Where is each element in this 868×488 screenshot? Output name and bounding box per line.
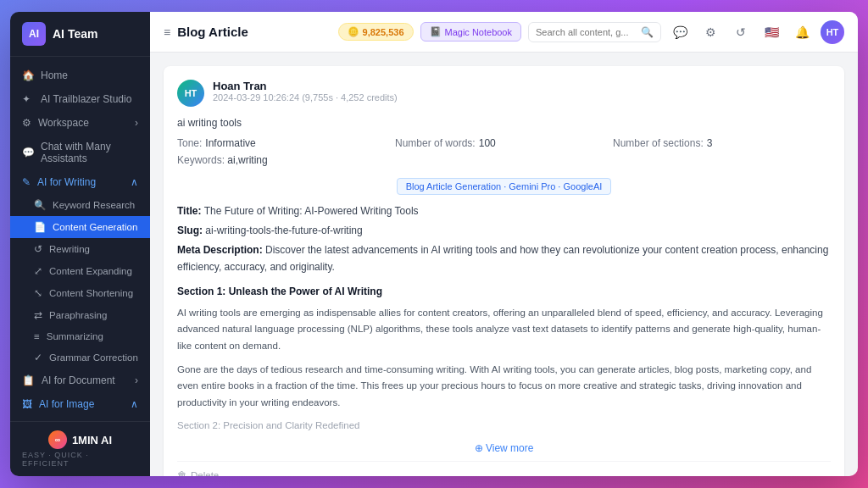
keywords-row-1: Keywords: ai,writing — [177, 154, 831, 166]
topbar-left: ≡ Blog Article — [164, 25, 328, 39]
sidebar-footer: ∞ 1MIN AI EASY · QUICK · EFFICIENT — [10, 421, 150, 476]
sidebar-item-label: AI for Writing — [37, 176, 96, 188]
user-avatar[interactable]: HT — [821, 20, 844, 44]
view-more-link-1[interactable]: ⊕ View more — [177, 442, 831, 454]
chevron-up-icon: ∧ — [131, 398, 138, 410]
chat-icon: 💬 — [22, 147, 34, 158]
brand-tagline: EASY · QUICK · EFFICIENT — [22, 451, 138, 468]
magic-notebook-button[interactable]: 📓 Magic Notebook — [420, 22, 522, 42]
main-content: ≡ Blog Article 🪙 9,825,536 📓 Magic Noteb… — [150, 12, 858, 476]
sidebar-item-paraphrasing[interactable]: ⇄ Paraphrasing — [10, 304, 150, 326]
sidebar-item-ai-for-image[interactable]: 🖼 AI for Image ∧ — [10, 392, 150, 416]
sidebar-item-ai-for-document[interactable]: 📋 AI for Document › — [10, 369, 150, 392]
sidebar-item-home[interactable]: 🏠 Home — [10, 64, 150, 87]
sidebar-item-workspace[interactable]: ⚙ Workspace › — [10, 111, 150, 135]
chat-icon-button[interactable]: 💬 — [668, 20, 692, 44]
article-user-meta-1: 2024-03-29 10:26:24 (9,755s · 4,252 cred… — [213, 92, 398, 103]
expand-icon: ⤢ — [34, 265, 42, 277]
section1-body1: AI writing tools are emerging as indispe… — [177, 305, 831, 355]
sidebar-item-content-shortening[interactable]: ⤡ Content Shortening — [10, 282, 150, 304]
search-input[interactable] — [536, 27, 637, 37]
words-label: Number of words: — [395, 137, 476, 149]
workspace-icon: ⚙ — [22, 117, 31, 129]
article-card-1: HT Hoan Tran 2024-03-29 10:26:24 (9,755s… — [164, 66, 844, 476]
sidebar-item-label: Content Generation — [53, 222, 137, 232]
document-icon: 📄 — [34, 221, 46, 233]
sidebar-item-label: Content Shortening — [49, 288, 133, 298]
brand-logo-icon: ∞ — [48, 430, 67, 449]
generation-badge-1: Blog Article Generation · Gemini Pro · G… — [177, 178, 831, 193]
sidebar-item-chat[interactable]: 💬 Chat with Many Assistants — [10, 135, 150, 170]
meta-description-label: Meta Description: — [177, 244, 265, 256]
article-meta-row-1: Tone: Informative Number of words: 100 N… — [177, 137, 831, 149]
sidebar-item-label: Content Expanding — [49, 266, 132, 276]
notebook-icon: 📓 — [430, 26, 442, 37]
topbar: ≡ Blog Article 🪙 9,825,536 📓 Magic Noteb… — [150, 12, 858, 53]
sidebar-header: AI AI Team — [10, 12, 150, 57]
notification-bell-icon[interactable]: 🔔 — [790, 20, 814, 44]
coin-icon: 🪙 — [348, 26, 359, 37]
topbar-right: 🪙 9,825,536 📓 Magic Notebook 🔍 💬 ⚙ ↺ 🇺🇸 … — [338, 20, 844, 44]
sections-item: Number of sections: 3 — [613, 137, 831, 149]
article-prompt-1: ai writing tools — [177, 117, 831, 129]
sidebar-item-keyword-research[interactable]: 🔍 Keyword Research — [10, 194, 150, 216]
sidebar-item-content-generation[interactable]: 📄 Content Generation — [10, 216, 150, 238]
delete-row-1: 🗑 Delete — [177, 461, 831, 476]
title-label: Title: — [177, 205, 204, 217]
sidebar-item-label: Chat with Many Assistants — [41, 141, 138, 164]
tone-label: Tone: — [177, 137, 202, 149]
paraphrase-icon: ⇄ — [34, 309, 42, 321]
settings-icon-button[interactable]: ⚙ — [698, 20, 722, 44]
sidebar-item-label: Summarizing — [47, 331, 103, 341]
search-bar: 🔍 — [528, 22, 661, 42]
menu-icon[interactable]: ≡ — [164, 25, 170, 39]
chevron-right-icon: › — [135, 374, 138, 386]
credits-badge: 🪙 9,825,536 — [338, 23, 414, 41]
sidebar-item-grammar-correction[interactable]: ✓ Grammar Correction — [10, 347, 150, 369]
meta-description-field: Meta Description: Discover the latest ad… — [177, 242, 831, 274]
brand-name: 1MIN AI — [72, 434, 112, 446]
sidebar-item-label: Workspace — [38, 117, 89, 129]
view-more-1: ⊕ View more — [177, 442, 831, 454]
search-icon: 🔍 — [34, 199, 46, 211]
article-user-name-1: Hoan Tran — [213, 80, 398, 92]
words-item: Number of words: 100 — [395, 137, 613, 149]
language-flag[interactable]: 🇺🇸 — [760, 20, 783, 44]
article-user-avatar-1: HT — [177, 80, 204, 107]
sidebar-item-rewriting[interactable]: ↺ Rewriting — [10, 238, 150, 260]
sidebar-title: AI Team — [53, 27, 97, 41]
tone-value: Informative — [205, 137, 255, 149]
sections-value: 3 — [707, 137, 713, 149]
writing-icon: ✎ — [22, 176, 31, 188]
article-content-1: Title: The Future of Writing: AI-Powered… — [177, 203, 831, 434]
rewrite-icon: ↺ — [34, 243, 42, 255]
section1-body2: Gone are the days of tedious research an… — [177, 362, 831, 412]
sidebar-item-label: Paraphrasing — [49, 310, 107, 320]
tone-item: Tone: Informative — [177, 137, 395, 149]
sidebar-item-content-expanding[interactable]: ⤢ Content Expanding — [10, 260, 150, 282]
search-icon: 🔍 — [641, 26, 654, 38]
card-header-1: HT Hoan Tran 2024-03-29 10:26:24 (9,755s… — [177, 80, 831, 107]
sidebar-item-label: Home — [41, 69, 68, 81]
home-icon: 🏠 — [22, 69, 34, 81]
trash-icon: 🗑 — [177, 470, 187, 476]
keywords-label: Keywords: — [177, 154, 227, 166]
summarize-icon: ≡ — [34, 331, 40, 341]
meta-description-value: Discover the latest advancements in AI w… — [177, 244, 828, 272]
refresh-icon-button[interactable]: ↺ — [729, 20, 753, 44]
section2-faded: Section 2: Precision and Clarity Redefin… — [177, 418, 831, 433]
sections-label: Number of sections: — [613, 137, 704, 149]
sidebar-item-summarizing[interactable]: ≡ Summarizing — [10, 326, 150, 347]
sidebar-item-label: Grammar Correction — [49, 352, 138, 363]
card-user-info-1: Hoan Tran 2024-03-29 10:26:24 (9,755s · … — [213, 80, 398, 103]
sidebar-item-label: AI for Image — [39, 398, 94, 410]
sidebar-item-ai-trailblazer[interactable]: ✦ AI Trailblazer Studio — [10, 87, 150, 111]
keywords-value: ai,writing — [227, 154, 267, 166]
sidebar-item-label: AI for Document — [42, 374, 115, 386]
content-area: HT Hoan Tran 2024-03-29 10:26:24 (9,755s… — [150, 53, 858, 476]
sidebar-item-ai-for-writing[interactable]: ✎ AI for Writing ∧ — [10, 170, 150, 194]
image-icon: 🖼 — [22, 398, 32, 410]
credits-value: 9,825,536 — [363, 27, 404, 37]
sidebar-item-label: Rewriting — [49, 244, 90, 254]
delete-button-1[interactable]: 🗑 Delete — [177, 470, 219, 476]
